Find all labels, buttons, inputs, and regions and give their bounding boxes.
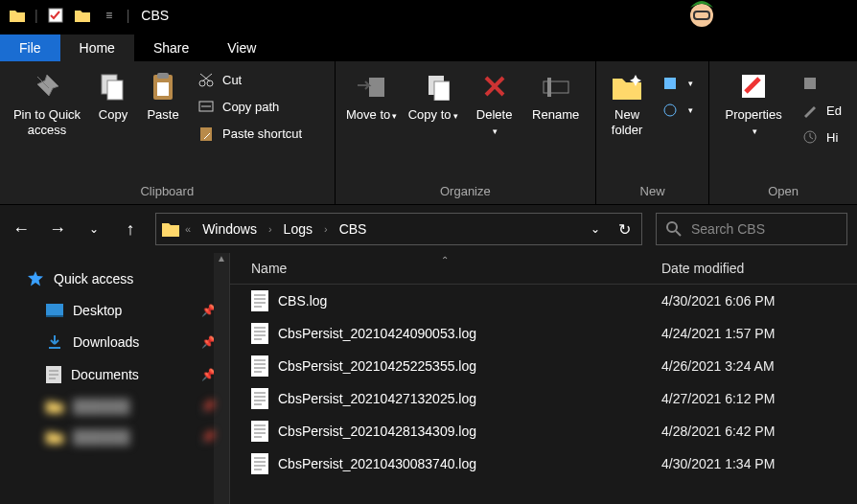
scroll-up-icon[interactable]: ▲ [214, 253, 229, 268]
chevron-down-icon: ▾ [453, 111, 458, 121]
tab-home[interactable]: Home [60, 34, 134, 61]
properties-button[interactable]: Properties▾ [715, 65, 792, 141]
file-row[interactable]: CbsPersist_20210430083740.log4/30/2021 1… [230, 447, 857, 480]
crumb-cbs[interactable]: CBS [334, 219, 373, 239]
refresh-button[interactable]: ↻ [613, 218, 636, 241]
document-icon [251, 453, 268, 474]
file-date: 4/30/2021 6:06 PM [652, 293, 775, 309]
file-name: CbsPersist_20210428134309.log [278, 424, 476, 439]
scrollbar[interactable]: ▲ [214, 253, 229, 504]
svg-rect-29 [251, 421, 268, 442]
chevron-right-icon: › [324, 223, 328, 235]
file-row[interactable]: CbsPersist_20210428134309.log4/28/2021 6… [230, 415, 857, 447]
separator: | [35, 8, 38, 23]
paste-button[interactable]: Paste [138, 65, 188, 126]
nav-row: ← → ⌄ ↑ « Windows › Logs › CBS ⌄ ↻ Searc… [0, 205, 857, 253]
move-to-button[interactable]: Move to▾ [341, 65, 403, 126]
file-name: CbsPersist_20210425225355.log [278, 358, 476, 374]
svg-rect-6 [157, 73, 169, 79]
file-date: 4/24/2021 1:57 PM [652, 326, 775, 341]
nav-pane: ▲ Quick access Desktop 📌 Downloads 📌 Doc… [0, 253, 230, 504]
svg-rect-25 [251, 290, 268, 311]
file-row[interactable]: CbsPersist_20210425225355.log4/26/2021 3… [230, 350, 857, 382]
documents-icon [46, 366, 61, 383]
back-button[interactable]: ← [10, 218, 33, 241]
chevron-right-icon: › [268, 223, 272, 235]
new-folder-button[interactable]: New folder [602, 65, 652, 141]
col-date[interactable]: Date modified [652, 261, 744, 276]
group-open: Properties▾ Ed Hi Open [709, 61, 857, 204]
copy-to-icon [416, 69, 451, 103]
svg-rect-22 [46, 304, 63, 315]
copy-path-button[interactable]: Copy path [192, 94, 308, 119]
qat-dropdown-icon[interactable]: ≡ [100, 6, 119, 25]
file-name: CBS.log [278, 293, 327, 309]
forward-button[interactable]: → [46, 218, 69, 241]
crumb-windows[interactable]: Windows [197, 219, 263, 239]
svg-rect-23 [46, 315, 63, 317]
recent-dropdown[interactable]: ⌄ [82, 218, 105, 241]
group-organize: Move to▾ Copy to▾ Delete▾ Rename Organiz… [336, 61, 596, 204]
svg-rect-7 [157, 82, 169, 96]
tab-view[interactable]: View [208, 34, 275, 61]
edit-small-button[interactable]: Ed [796, 98, 847, 123]
easy-access-button[interactable]: ▾ [656, 98, 699, 123]
search-box[interactable]: Search CBS [656, 213, 847, 245]
file-date: 4/28/2021 6:42 PM [652, 424, 775, 439]
star-icon [27, 270, 44, 287]
easy-access-icon [661, 102, 679, 119]
pin-quick-access-button[interactable]: Pin to Quick access [6, 65, 88, 141]
copy-path-icon [197, 98, 215, 115]
pin-icon: 📌 [201, 430, 216, 444]
tab-file[interactable]: File [0, 34, 60, 61]
new-folder-icon [610, 69, 644, 103]
file-row[interactable]: CbsPersist_20210424090053.log4/24/2021 1… [230, 317, 857, 350]
window-title: CBS [141, 8, 169, 23]
document-icon [251, 421, 268, 442]
rename-button[interactable]: Rename [525, 65, 587, 126]
nav-desktop[interactable]: Desktop 📌 [4, 295, 225, 326]
chevron-left-icon[interactable]: « [185, 223, 191, 235]
group-label-new: New [602, 180, 703, 204]
nav-item-hidden[interactable]: ██████ 📌 [4, 422, 225, 452]
paste-shortcut-button[interactable]: Paste shortcut [192, 121, 308, 146]
open-small-button[interactable] [796, 71, 847, 96]
separator: | [127, 8, 130, 23]
address-dropdown[interactable]: ⌄ [584, 218, 607, 241]
search-icon [666, 221, 682, 237]
folder-icon[interactable] [73, 6, 92, 25]
checkbox-icon[interactable] [46, 6, 65, 25]
folder-icon [162, 221, 179, 237]
chevron-down-icon: ▾ [493, 126, 498, 136]
nav-documents[interactable]: Documents 📌 [4, 358, 225, 391]
open-icon [801, 75, 819, 92]
new-item-icon [661, 75, 679, 92]
quick-access[interactable]: Quick access [4, 263, 225, 295]
file-list: ⌃ Name Date modified CBS.log4/30/2021 6:… [230, 253, 857, 504]
nav-downloads[interactable]: Downloads 📌 [4, 326, 225, 358]
search-placeholder: Search CBS [691, 221, 765, 237]
group-label-clipboard: Clipboard [6, 180, 329, 204]
chevron-down-icon: ▾ [753, 126, 757, 136]
sort-indicator-icon: ⌃ [441, 255, 449, 265]
crumb-logs[interactable]: Logs [278, 219, 318, 239]
file-row[interactable]: CBS.log4/30/2021 6:06 PM [230, 285, 857, 317]
delete-button[interactable]: Delete▾ [464, 65, 525, 141]
up-button[interactable]: ↑ [119, 218, 142, 241]
cut-button[interactable]: Cut [192, 67, 308, 92]
file-name: CbsPersist_20210427132025.log [278, 391, 476, 406]
history-small-button[interactable]: Hi [796, 125, 847, 149]
address-bar[interactable]: « Windows › Logs › CBS ⌄ ↻ [155, 213, 642, 245]
tab-share[interactable]: Share [134, 34, 208, 61]
properties-icon [736, 69, 771, 103]
document-icon [251, 290, 268, 311]
copy-button[interactable]: Copy [88, 65, 138, 126]
nav-item-hidden[interactable]: ██████ 📌 [4, 391, 225, 422]
copy-to-button[interactable]: Copy to▾ [403, 65, 464, 126]
file-row[interactable]: CbsPersist_20210427132025.log4/27/2021 6… [230, 382, 857, 415]
svg-rect-30 [251, 453, 268, 474]
folder-icon [46, 430, 63, 444]
new-item-button[interactable]: ▾ [656, 71, 699, 96]
document-icon [251, 355, 268, 377]
document-icon [251, 323, 268, 344]
